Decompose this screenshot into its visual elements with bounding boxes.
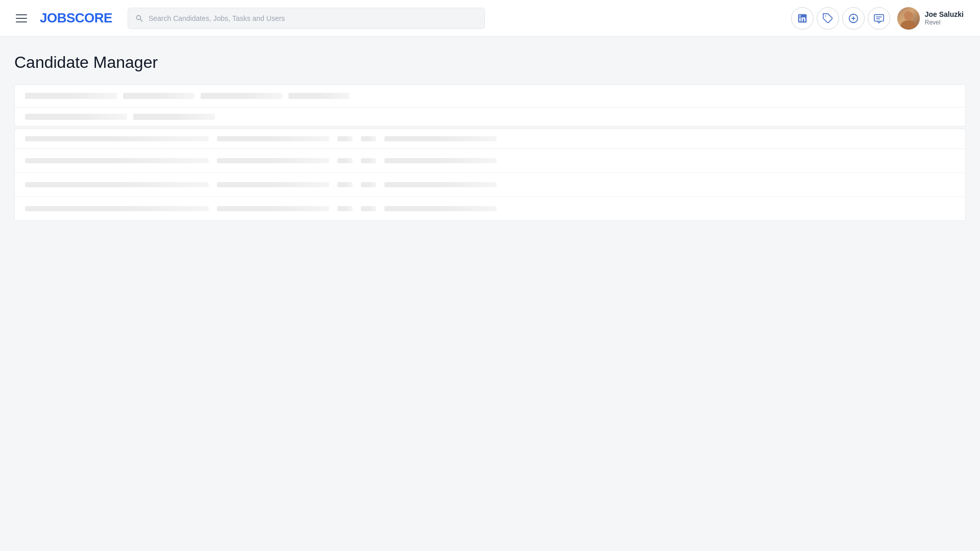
logo-text: JOBSCORE (40, 10, 112, 26)
hamburger-menu[interactable] (12, 9, 31, 28)
skeleton-filter-5 (25, 114, 127, 120)
user-company: Revel (925, 19, 964, 27)
messages-icon (873, 13, 885, 24)
skeleton-col-header-4 (361, 136, 376, 141)
logo[interactable]: JOBSCORE (40, 10, 112, 26)
skeleton-filter-1 (25, 93, 117, 99)
skeleton-cell-1-2 (217, 158, 329, 163)
nav-actions: Joe Saluzki Revel (791, 5, 968, 32)
skeleton-cell-3-1 (25, 206, 209, 211)
page-title: Candidate Manager (14, 53, 966, 72)
table-skeleton (14, 129, 966, 221)
svg-rect-4 (874, 14, 884, 21)
tag-button[interactable] (817, 7, 839, 30)
skeleton-cell-2-5 (384, 182, 497, 187)
filter-bar-loading-2 (15, 107, 965, 126)
table-row (15, 149, 965, 173)
skeleton-filter-2 (123, 93, 194, 99)
main-content: Candidate Manager (0, 37, 980, 239)
add-button[interactable] (842, 7, 865, 30)
skeleton-filter-3 (201, 93, 282, 99)
skeleton-col-header-5 (384, 136, 497, 141)
navbar: JOBSCORE Search Candidates, Jobs, Tasks … (0, 0, 980, 37)
skeleton-cell-2-3 (337, 182, 353, 187)
skeleton-cell-2-4 (361, 182, 376, 187)
skeleton-cell-1-1 (25, 158, 209, 163)
table-header-skeleton (15, 129, 965, 149)
filter-bar-loading (15, 85, 965, 107)
linkedin-button[interactable] (791, 7, 814, 30)
skeleton-cell-2-1 (25, 182, 209, 187)
search-icon (135, 14, 143, 22)
skeleton-cell-2-2 (217, 182, 329, 187)
skeleton-col-header-1 (25, 136, 209, 141)
avatar (897, 7, 920, 30)
skeleton-filter-4 (288, 93, 350, 99)
linkedin-icon (797, 13, 808, 24)
skeleton-cell-3-4 (361, 206, 376, 211)
skeleton-cell-1-3 (337, 158, 353, 163)
table-row (15, 173, 965, 197)
user-profile[interactable]: Joe Saluzki Revel (893, 5, 968, 32)
messages-button[interactable] (868, 7, 890, 30)
search-bar[interactable]: Search Candidates, Jobs, Tasks and Users (128, 8, 485, 29)
skeleton-col-header-2 (217, 136, 329, 141)
skeleton-cell-3-2 (217, 206, 329, 211)
skeleton-col-header-3 (337, 136, 353, 141)
skeleton-cell-3-5 (384, 206, 497, 211)
skeleton-filter-6 (133, 114, 215, 120)
filter-bar-skeleton (14, 84, 966, 127)
tag-icon (822, 13, 834, 24)
skeleton-cell-1-4 (361, 158, 376, 163)
add-icon (848, 13, 859, 24)
user-name: Joe Saluzki (925, 10, 964, 19)
search-placeholder: Search Candidates, Jobs, Tasks and Users (149, 14, 285, 22)
skeleton-cell-1-5 (384, 158, 497, 163)
skeleton-cell-3-3 (337, 206, 353, 211)
user-info: Joe Saluzki Revel (925, 10, 964, 27)
table-row (15, 197, 965, 220)
